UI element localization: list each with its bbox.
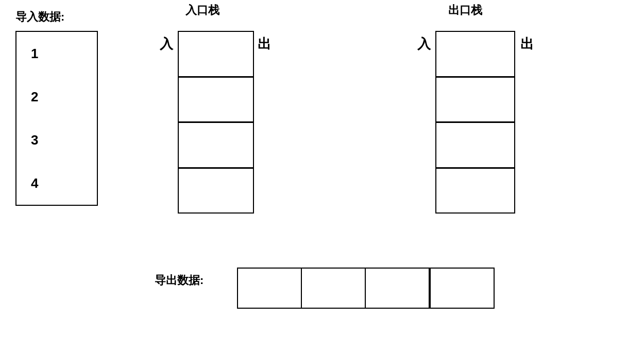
exit-stack-out-label: 出 xyxy=(520,35,534,53)
entry-stack-box xyxy=(178,31,254,214)
import-label: 导入数据: xyxy=(15,9,64,25)
exit-stack-box xyxy=(435,31,515,214)
exit-stack-in-label: 入 xyxy=(417,35,431,53)
import-item-1: 1 xyxy=(31,46,38,62)
export-cell-2 xyxy=(302,269,366,308)
entry-stack-label: 入口栈 xyxy=(185,3,219,18)
exit-stack-cell-2 xyxy=(436,78,514,123)
exit-stack-cell-4 xyxy=(436,169,514,213)
exit-stack-cell-1 xyxy=(436,32,514,78)
export-cell-3 xyxy=(366,269,431,308)
entry-stack-cell-2 xyxy=(179,78,253,123)
import-item-2: 2 xyxy=(31,89,38,105)
export-label: 导出数据: xyxy=(155,273,204,288)
entry-stack-in-label: 入 xyxy=(160,35,173,53)
export-box xyxy=(237,268,495,309)
import-item-4: 4 xyxy=(31,175,38,191)
exit-stack-cell-3 xyxy=(436,123,514,169)
entry-stack-cell-4 xyxy=(179,169,253,213)
entry-stack-cell-1 xyxy=(179,32,253,78)
import-item-3: 3 xyxy=(31,132,38,148)
entry-stack-out-label: 出 xyxy=(258,35,271,53)
export-cell-4 xyxy=(431,269,494,308)
entry-stack-cell-3 xyxy=(179,123,253,169)
exit-stack-label: 出口栈 xyxy=(448,3,482,18)
import-box: 1 2 3 4 xyxy=(15,31,98,206)
export-cell-1 xyxy=(238,269,302,308)
